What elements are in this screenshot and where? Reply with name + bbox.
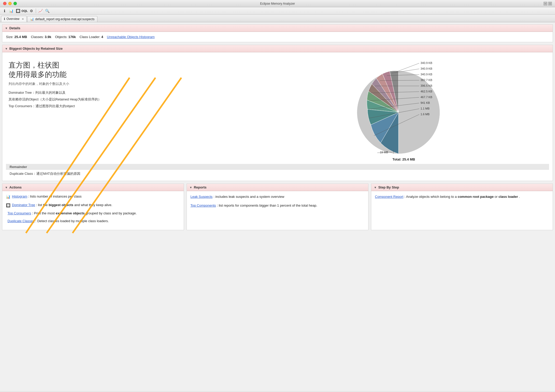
tab-suspects-label: default_report org.eclipse.mat.api:suspe… <box>35 17 95 21</box>
pie-area: 直方图，柱状图 使用得最多的功能 列出内存中的对象，对象的个数以及大小 Domi… <box>6 55 549 164</box>
remainder-label: Remainder <box>10 165 27 169</box>
biggest-objects-toggle[interactable]: ▼ <box>5 47 8 50</box>
stepbystep-header: ▼ Step By Step <box>371 184 553 191</box>
actions-section: ▼ Actions 📊 Histogram : lists number of … <box>2 184 184 230</box>
actions-header: ▼ Actions <box>2 184 184 191</box>
classloader-value: 4 <box>101 35 103 39</box>
label-6: 462.5 KB <box>421 90 432 93</box>
tab-overview-label: Overview <box>6 17 19 21</box>
pie-annotations-left: 直方图，柱状图 使用得最多的功能 列出内存中的对象，对象的个数以及大小 Domi… <box>6 58 253 161</box>
biggest-objects-title: Biggest Objects by Retained Size <box>9 47 63 50</box>
close-button[interactable] <box>3 2 6 5</box>
objects-value: 176k <box>68 35 76 39</box>
chinese-title: 直方图，柱状图 使用得最多的功能 <box>9 61 251 79</box>
title-bar-right: ─ □ <box>544 2 552 5</box>
details-toggle[interactable]: ▼ <box>5 27 8 30</box>
label-5: 396.5 KB <box>421 84 432 87</box>
label-remainder: 19 MB <box>380 151 388 154</box>
topconsumers-desc: : Print the most <box>32 211 56 215</box>
action-duplicateclasses: Duplicate Classes : Detect classes loade… <box>6 219 180 223</box>
info-icon[interactable]: ℹ <box>2 8 7 14</box>
stepbystep-componentreport: Component Report : Analyze objects which… <box>375 194 549 199</box>
action-topconsumers: Top Consumers : Print the most expensive… <box>6 211 180 216</box>
details-header: ▼ Details <box>2 25 553 32</box>
topcomponents-link[interactable]: Top Components <box>190 204 216 207</box>
oql-icon[interactable]: OQL <box>22 8 27 14</box>
unreachable-link[interactable]: Unreachable Objects Histogram <box>107 35 155 39</box>
dominator-desc: : list the <box>36 203 48 207</box>
top-consumers-note: Top Consumers：通过图形列出最大的object <box>9 104 251 108</box>
dominator-tree-note: Dominator Tree：列出最大的对象以及 <box>9 90 251 95</box>
report-topcomponents: Top Components : list reports for compon… <box>190 203 365 208</box>
gear-icon[interactable]: ⚙ <box>29 8 34 14</box>
label-7: 467.7 KB <box>421 96 432 99</box>
leaksuspects-desc: : includes leak suspects and a system ov… <box>214 195 284 199</box>
stepbystep-toggle[interactable]: ▼ <box>374 186 377 189</box>
main-toolbar: ℹ 📊 🔲 OQL ⚙ 📈 🔍 <box>0 7 555 15</box>
size-value: 25.4 MB <box>15 35 27 39</box>
title-bar: Eclipse Memory Analyzer ─ □ <box>0 0 555 7</box>
duplicate-class-note: Duplicate Class：通过MAT自动分析泄漏的原因 <box>6 170 549 178</box>
histogram-desc: : lists number of instances per class <box>28 194 82 198</box>
tab-suspects[interactable]: 📊 default_report org.eclipse.mat.api:sus… <box>27 16 97 22</box>
details-body: Size: 25.4 MB Classes: 3.9k Objects: 176… <box>2 32 553 42</box>
biggest-objects-section: ▼ Biggest Objects by Retained Size 直方图，柱… <box>2 45 553 181</box>
actions-title: Actions <box>9 185 22 189</box>
reports-body: Leak Suspects : includes leak suspects a… <box>187 191 368 215</box>
window-controls[interactable] <box>3 2 17 5</box>
dominator-tree-icon[interactable]: 🔲 <box>15 8 21 14</box>
label-8: 941 KB <box>421 101 430 104</box>
tab-overview[interactable]: ℹ Overview ✕ <box>1 16 27 22</box>
fullscreen-button[interactable]: □ <box>548 2 552 5</box>
dominator-action-icon: 🔲 <box>6 203 10 208</box>
pie-total: Total: 25.4 MB <box>393 157 415 161</box>
histogram-link[interactable]: Histogram <box>12 194 27 198</box>
componentreport-bold1: common root package <box>458 195 494 199</box>
dominator-tree-note2: 其依赖存活的Object（大小是以Retained Heap为标准排序的） <box>9 97 251 102</box>
classes-value: 3.9k <box>45 35 51 39</box>
dominator-link[interactable]: Dominator Tree <box>12 203 35 207</box>
topconsumers-link[interactable]: Top Consumers <box>8 211 31 215</box>
topcomponents-desc: : list reports for components bigger tha… <box>217 204 317 207</box>
stepbystep-title: Step By Step <box>378 185 399 189</box>
duplicateclasses-link[interactable]: Duplicate Classes <box>8 219 34 223</box>
actions-body: 📊 Histogram : lists number of instances … <box>2 191 184 230</box>
window-title: Eclipse Memory Analyzer <box>260 2 295 5</box>
reports-toggle[interactable]: ▼ <box>189 186 192 189</box>
componentreport-period: . <box>519 195 520 199</box>
pie-chart-area: 340.9 KB 340.9 KB 340.9 KB 382.7 KB 396.… <box>259 58 549 161</box>
bottom-grid: ▼ Actions 📊 Histogram : lists number of … <box>2 184 553 230</box>
histogram-icon[interactable]: 📊 <box>8 8 14 14</box>
chinese-sub: 列出内存中的对象，对象的个数以及大小 <box>9 82 251 86</box>
componentreport-link[interactable]: Component Report <box>375 195 403 199</box>
tab-overview-close[interactable]: ✕ <box>22 18 24 20</box>
biggest-objects-header: ▼ Biggest Objects by Retained Size <box>2 45 553 52</box>
classes-label: Classes: <box>31 35 44 39</box>
componentreport-bold2: class loader <box>499 195 518 199</box>
label-9: 1.1 MB <box>421 107 430 110</box>
restore-button[interactable]: ─ <box>544 2 547 5</box>
topconsumers-bold: expensive objects <box>56 211 85 215</box>
label-10: 1.6 MB <box>421 113 430 116</box>
stepbystep-section: ▼ Step By Step Component Report : Analyz… <box>371 184 553 230</box>
tab-suspects-icon: 📊 <box>30 17 34 21</box>
details-title: Details <box>9 26 20 30</box>
reports-icon[interactable]: 📈 <box>38 8 43 14</box>
remainder-bar: Remainder <box>6 164 549 170</box>
reports-title: Reports <box>194 185 207 189</box>
tab-overview-icon: ℹ <box>4 17 5 21</box>
maximize-button[interactable] <box>13 2 17 5</box>
leaksuspects-link[interactable]: Leak Suspects <box>190 195 212 199</box>
search-icon[interactable]: 🔍 <box>44 8 50 14</box>
label-1: 340.9 KB <box>421 61 432 64</box>
action-histogram: 📊 Histogram : lists number of instances … <box>6 194 180 200</box>
size-label: Size: <box>6 35 13 39</box>
dominator-bold: biggest objects <box>49 203 73 207</box>
minimize-button[interactable] <box>8 2 12 5</box>
classloader-label: Class Loader: <box>80 35 100 39</box>
actions-toggle[interactable]: ▼ <box>5 186 8 189</box>
componentreport-or: or <box>495 195 499 199</box>
histogram-action-icon: 📊 <box>6 194 10 200</box>
label-2: 340.9 KB <box>421 67 432 70</box>
label-4: 382.7 KB <box>421 78 432 82</box>
